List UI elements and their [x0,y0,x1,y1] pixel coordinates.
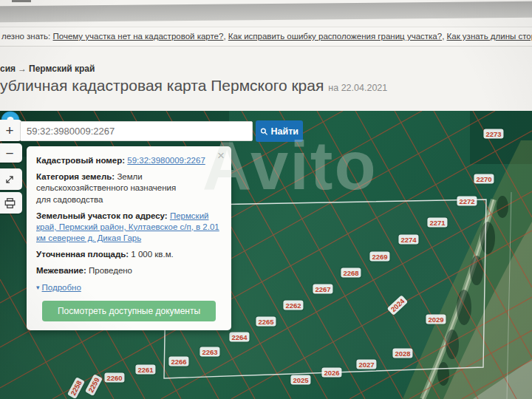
parcel-label-2260[interactable]: 2260 [104,373,124,383]
parcel-info-popup: × Кадастровый номер: 59:32:3980009:2267 … [27,146,231,330]
parcel-label-2266[interactable]: 2266 [168,357,188,366]
parcel-label-2272[interactable]: 2272 [457,197,477,206]
parcel-label-2029[interactable]: 2029 [426,315,446,324]
parcel-label-2267[interactable]: 2267 [313,284,332,294]
parcel-label-2270[interactable]: 2270 [474,174,494,184]
cadastral-number-label: Кадастровый номер: [36,156,125,165]
parcel-label-2263[interactable]: 2263 [200,347,219,357]
breadcrumb-current: Пермский край [29,64,95,74]
zoom-in-button[interactable]: + [0,120,22,141]
parcel-label-2026[interactable]: 2026 [321,368,341,378]
parcel-label-2025[interactable]: 2025 [290,375,310,385]
parcel-label-2258[interactable]: 2258 [67,377,85,399]
link-side-lengths[interactable]: Как узнать длины сторон участка? [447,32,532,41]
browser-top-strip [0,1,532,22]
parcel-label-2273[interactable]: 2273 [483,129,503,139]
parcel-label-2028[interactable]: 2028 [392,349,412,358]
breadcrumb: сия→Пермский край [0,64,95,74]
land-use-value: для садоводства [36,194,222,205]
search-icon [260,127,268,136]
details-toggle[interactable]: ▾Подробно [36,282,222,293]
map-date-note: на 22.04.2021 [328,83,387,93]
survey-label: Межевание: [36,266,86,275]
parcel-label-2027[interactable]: 2027 [356,360,376,369]
diagonal-arrows-icon [4,174,15,185]
parcel-label-2261[interactable]: 2261 [135,365,155,375]
area-value: 1 000 кв.м. [131,250,173,259]
parcel-label-2024[interactable]: 2024 [387,295,409,316]
parcel-label-2259[interactable]: 2259 [85,374,103,396]
details-link-label: Подробно [42,283,81,292]
parcel-label-2271[interactable]: 2271 [427,218,447,228]
breadcrumb-arrow-icon: → [16,64,29,74]
page: лезно знать: Почему участка нет на кадас… [0,0,532,399]
search-input[interactable] [20,121,253,141]
link-why-not-on-map[interactable]: Почему участка нет на кадастровой карте? [53,32,224,41]
measure-expand-button[interactable] [0,168,22,190]
breadcrumb-russia-cut[interactable]: сия [0,64,16,74]
cadastral-number-link[interactable]: 59:32:3980009:2267 [127,156,205,165]
parcel-label-2264[interactable]: 2264 [229,332,249,342]
parcel-label-2262[interactable]: 2262 [283,301,303,310]
printer-icon [4,198,16,208]
parcel-label-2268[interactable]: 2268 [341,268,361,278]
view-documents-button[interactable]: Посмотреть доступные документы [42,301,216,321]
parcel-label-2269[interactable]: 2269 [369,252,389,262]
chevron-down-icon: ▾ [36,284,40,291]
land-category-label: Категория земель: [36,172,115,181]
parcel-label-2274[interactable]: 2274 [398,235,418,245]
page-title-text: убличная кадастровая карта Пермского кра… [0,77,324,94]
search-button-label: Найти [271,126,299,137]
link-fix-boundary-error[interactable]: Как исправить ошибку расположения границ… [228,32,442,41]
parcel-label-2265[interactable]: 2265 [256,317,276,327]
useful-links-bar: лезно знать: Почему участка нет на кадас… [0,27,532,47]
print-button[interactable] [0,192,22,214]
page-title: убличная кадастровая карта Пермского кра… [0,77,387,95]
survey-value: Проведено [89,266,132,275]
useful-links-prefix: лезно знать: [1,32,50,41]
address-label: Земельный участок по адресу: [36,211,168,220]
screen-edge-artifact [12,0,31,2]
zoom-out-button[interactable]: − [0,143,22,163]
close-icon[interactable]: × [217,148,225,164]
search-button[interactable]: Найти [256,120,303,142]
area-label: Уточненная площадь: [36,250,129,259]
